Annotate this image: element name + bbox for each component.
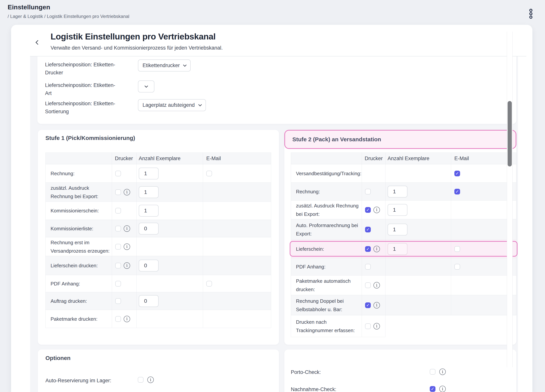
select-label-type[interactable] (138, 80, 154, 92)
column-header: E-Mail (451, 152, 516, 164)
table-header-row: DruckerAnzahl ExemplareE-Mail (291, 152, 516, 164)
info-icon[interactable] (373, 246, 380, 252)
printer-checkbox[interactable] (115, 244, 121, 250)
row-label: PDF Anhang: (50, 279, 80, 288)
printer-checkbox[interactable] (365, 264, 371, 270)
info-icon[interactable] (373, 302, 380, 308)
email-cell (203, 202, 271, 220)
row-label-cell: Versandbestätigung/Tracking: (291, 164, 362, 183)
copies-input[interactable] (139, 223, 159, 235)
copies-input[interactable] (139, 260, 159, 271)
copies-input[interactable] (139, 168, 159, 179)
copies-cell (137, 292, 203, 310)
row-label-cell: Paketmarke automatisch drucken: (291, 276, 362, 295)
email-checkbox[interactable] (454, 264, 460, 270)
table-row: Kommissionierschein: (45, 202, 271, 220)
printer-checkbox[interactable] (365, 323, 371, 329)
printer-checkbox[interactable] (115, 298, 121, 304)
email-cell (451, 276, 516, 295)
scroll-area[interactable]: Lieferscheinposition: Etiketten-DruckerE… (30, 56, 518, 392)
email-cell (451, 183, 516, 201)
email-checkbox[interactable] (454, 246, 460, 252)
chevron-down-icon (183, 63, 186, 66)
copies-input[interactable] (388, 186, 407, 198)
printer-checkbox[interactable] (365, 207, 371, 213)
printer-cell (362, 219, 385, 240)
row-label: Lieferschein drucken: (50, 261, 98, 270)
printer-cell (112, 292, 137, 310)
table-row: Lieferschein: (291, 240, 516, 258)
check-checkbox[interactable] (430, 369, 435, 375)
info-icon[interactable] (124, 225, 130, 232)
copies-input[interactable] (388, 204, 407, 216)
row-label: Kommissionierschein: (50, 206, 99, 215)
printer-checkbox[interactable] (115, 263, 121, 268)
row-label-cell: Rechnung: (45, 164, 112, 183)
info-icon[interactable] (124, 189, 130, 195)
check-checkbox[interactable] (430, 386, 435, 392)
printer-checkbox[interactable] (115, 226, 121, 231)
option-checkbox[interactable] (138, 377, 143, 383)
info-icon[interactable] (124, 262, 130, 269)
info-icon[interactable] (439, 386, 446, 392)
copies-input[interactable] (139, 186, 159, 198)
info-icon[interactable] (373, 282, 380, 289)
copies-input[interactable] (388, 224, 407, 235)
copies-cell (137, 202, 203, 220)
kebab-menu-icon[interactable] (529, 9, 535, 20)
email-checkbox[interactable] (454, 171, 460, 176)
info-icon[interactable] (124, 243, 130, 250)
row-label: zusätzl. Ausdruck Rechnung bei Export: (50, 184, 110, 201)
email-checkbox[interactable] (454, 189, 460, 194)
printer-checkbox[interactable] (365, 189, 371, 194)
copies-input[interactable] (139, 295, 159, 307)
select-label-sorting[interactable]: Lagerplatz aufsteigend (138, 99, 206, 111)
printer-cell (362, 183, 385, 201)
copies-cell (137, 183, 203, 202)
label-settings-panel: Lieferscheinposition: Etiketten-DruckerE… (37, 56, 516, 124)
info-icon[interactable] (124, 316, 130, 322)
options-title: Optionen (45, 355, 71, 361)
printer-cell (362, 201, 385, 219)
info-icon[interactable] (373, 323, 380, 329)
printer-checkbox[interactable] (115, 316, 121, 322)
row-label: Rechnung: (296, 187, 320, 196)
column-header: Drucker (112, 152, 137, 164)
email-checkbox[interactable] (206, 281, 212, 287)
table-row: Rechnung: (45, 164, 271, 183)
row-label: Rechnung: (50, 169, 74, 178)
printer-cell (112, 310, 137, 328)
select-label-printer[interactable]: Etikettendrucker (138, 60, 191, 72)
copies-input[interactable] (388, 243, 407, 255)
email-checkbox[interactable] (206, 171, 212, 176)
printer-checkbox[interactable] (365, 302, 371, 308)
printer-checkbox[interactable] (365, 227, 371, 232)
row-label: Auto. Proformarechnung bei Export: (296, 221, 360, 238)
email-cell (451, 219, 516, 240)
printer-checkbox[interactable] (365, 282, 371, 288)
stage1-table: DruckerAnzahl ExemplareE-MailRechnung:zu… (45, 152, 271, 328)
check-controls (430, 386, 446, 392)
copies-cell (385, 219, 451, 240)
column-header: Drucker (362, 152, 385, 164)
printer-checkbox[interactable] (115, 281, 121, 287)
back-button[interactable] (34, 36, 42, 46)
row-label-cell: Rechnung erst im Versandprozess erzeugen… (45, 237, 112, 256)
copies-cell (385, 240, 451, 258)
row-label-cell: Kommissionierliste: (45, 220, 112, 237)
stage1-panel: Stufe 1 (Pick/Kommissionierung) DruckerA… (38, 130, 279, 345)
scrollbar-thumb[interactable] (508, 101, 512, 166)
printer-checkbox[interactable] (115, 208, 121, 214)
chevron-down-icon (198, 103, 202, 106)
info-icon[interactable] (439, 368, 446, 375)
check-label: Nachnahme-Check: (291, 386, 336, 392)
row-label: Paketmarke automatisch drucken: (296, 277, 360, 294)
printer-checkbox[interactable] (365, 246, 371, 252)
scrollbar-track[interactable] (507, 32, 513, 367)
printer-cell (112, 275, 137, 292)
printer-checkbox[interactable] (115, 171, 121, 176)
info-icon[interactable] (373, 207, 380, 213)
copies-input[interactable] (139, 205, 159, 217)
info-icon[interactable] (147, 377, 154, 383)
printer-checkbox[interactable] (115, 189, 121, 195)
